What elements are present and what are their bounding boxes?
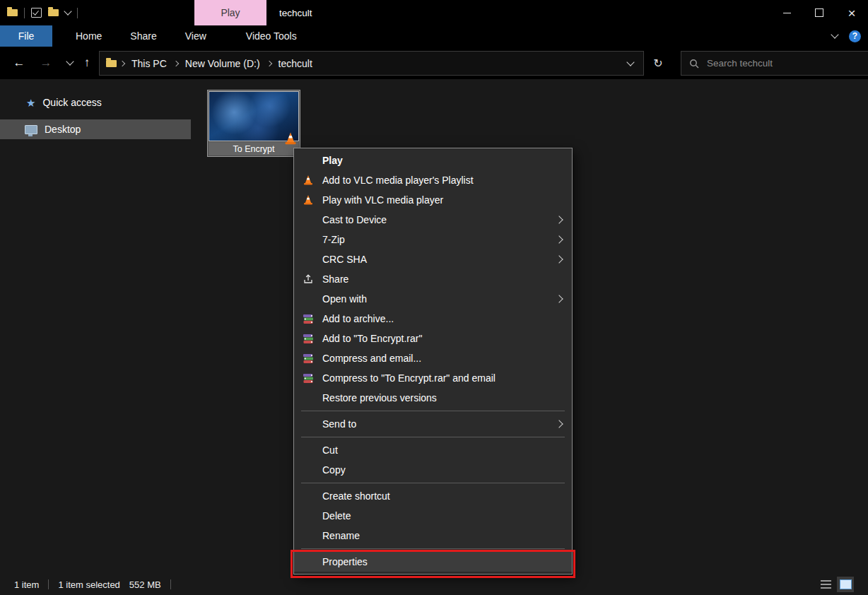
maximize-icon — [815, 8, 823, 17]
context-menu-item-rename[interactable]: Rename — [294, 526, 572, 546]
menu-item-label: Add to "To Encrypt.rar" — [322, 333, 562, 344]
selection-size: 552 MB — [129, 579, 161, 590]
breadcrumb-new-volume-d[interactable]: New Volume (D:) — [182, 58, 264, 69]
context-menu-item-add-to-archive[interactable]: Add to archive... — [294, 309, 572, 329]
tab-view[interactable]: View — [171, 25, 221, 47]
context-menu-item-compress-to-rar-and-email[interactable]: Compress to "To Encrypt.rar" and email — [294, 368, 572, 388]
menu-item-label: Delete — [322, 510, 562, 522]
context-menu-item-cast-to-device[interactable]: Cast to Device — [294, 210, 572, 230]
details-view-button[interactable] — [817, 577, 834, 592]
menu-separator — [301, 548, 565, 549]
properties-quick-icon[interactable] — [31, 8, 42, 18]
sidebar-item-desktop[interactable]: Desktop — [0, 119, 191, 139]
context-menu-item-copy[interactable]: Copy — [294, 460, 572, 480]
status-bar: 1 item 1 item selected 552 MB — [0, 574, 868, 595]
folder-icon[interactable] — [7, 9, 18, 16]
context-menu-item-delete[interactable]: Delete — [294, 506, 572, 526]
refresh-button[interactable]: ↻ — [645, 47, 671, 79]
winrar-icon — [303, 313, 314, 324]
close-icon: × — [848, 6, 855, 20]
winrar-icon — [303, 372, 314, 384]
menu-separator — [301, 411, 565, 411]
menu-item-label: Create shortcut — [322, 490, 562, 502]
menu-separator — [301, 483, 565, 483]
help-icon[interactable]: ? — [849, 30, 861, 42]
status-divider — [48, 579, 49, 589]
context-menu-item-share[interactable]: Share — [294, 269, 572, 289]
file-list-area: To Encrypt Play Add to VL — [191, 79, 868, 574]
navigation-pane: ★ Quick access Desktop — [0, 79, 191, 574]
context-menu-item-open-with[interactable]: Open with — [294, 289, 572, 309]
menu-item-label: Cut — [322, 444, 562, 456]
chevron-down-icon — [626, 58, 634, 66]
status-divider — [170, 579, 171, 589]
expand-ribbon-chevron-icon[interactable] — [831, 30, 838, 38]
quick-access-toolbar — [7, 0, 78, 25]
context-menu-item-play-with-vlc[interactable]: Play with VLC media player — [294, 190, 572, 210]
submenu-arrow-icon — [555, 255, 563, 263]
quick-access-star-icon: ★ — [26, 98, 35, 108]
context-menu-item-compress-and-email[interactable]: Compress and email... — [294, 348, 572, 368]
desktop-icon — [25, 125, 37, 134]
context-menu-item-send-to[interactable]: Send to — [294, 414, 572, 434]
menu-icon-slot — [303, 372, 322, 384]
sidebar-item-label: Desktop — [45, 124, 81, 135]
menu-item-label: Open with — [322, 293, 556, 305]
tab-file[interactable]: File — [0, 25, 52, 47]
menu-item-label: Add to archive... — [322, 313, 562, 324]
menu-item-label: Play with VLC media player — [322, 194, 562, 206]
menu-item-label: Rename — [322, 530, 562, 541]
tab-share[interactable]: Share — [116, 25, 170, 47]
menu-icon-slot — [303, 175, 322, 186]
menu-item-label: CRC SHA — [322, 254, 556, 265]
back-button[interactable]: ← — [8, 47, 30, 79]
context-menu-item-properties[interactable]: Properties — [294, 552, 572, 572]
menu-item-label: Add to VLC media player's Playlist — [322, 175, 562, 186]
context-menu-item-cut[interactable]: Cut — [294, 440, 572, 460]
context-menu-item-restore-previous-versions[interactable]: Restore previous versions — [294, 388, 572, 408]
maximize-button[interactable] — [803, 0, 835, 25]
submenu-arrow-icon — [555, 420, 563, 428]
new-folder-icon[interactable] — [48, 9, 59, 16]
caption-buttons: × — [770, 0, 868, 25]
search-input[interactable] — [705, 57, 868, 69]
breadcrumb-separator-icon — [173, 60, 179, 66]
search-icon — [689, 59, 699, 69]
up-button[interactable]: ↑ — [76, 47, 98, 79]
tab-video-tools[interactable]: Video Tools — [232, 25, 311, 47]
address-row: ← → ↑ This PC New Volume (D:) techcult ↻ — [0, 47, 868, 79]
menu-item-label: Copy — [322, 464, 562, 476]
breadcrumb-this-pc[interactable]: This PC — [128, 58, 170, 69]
menu-icon-slot — [303, 273, 322, 285]
submenu-arrow-icon — [555, 235, 563, 243]
context-menu-item-add-to-rar[interactable]: Add to "To Encrypt.rar" — [294, 329, 572, 348]
forward-button[interactable]: → — [35, 47, 57, 79]
context-menu-item-crc-sha[interactable]: CRC SHA — [294, 249, 572, 269]
tab-home[interactable]: Home — [61, 25, 116, 47]
address-dropdown-button[interactable] — [628, 62, 643, 65]
customize-toolbar-chevron-icon[interactable] — [64, 7, 71, 15]
close-button[interactable]: × — [835, 0, 868, 25]
thumbnails-view-button[interactable] — [837, 577, 854, 592]
context-menu-item-7zip[interactable]: 7-Zip — [294, 230, 572, 249]
sidebar-item-quick-access[interactable]: ★ Quick access — [0, 93, 191, 112]
menu-item-label: Compress to "To Encrypt.rar" and email — [322, 372, 562, 384]
window-title: techcult — [279, 0, 312, 25]
address-bar[interactable]: This PC New Volume (D:) techcult — [99, 51, 644, 76]
menu-item-label: Play — [322, 155, 562, 166]
menu-separator — [301, 437, 565, 437]
minimize-button[interactable] — [770, 0, 803, 25]
contextual-tab-play[interactable]: Play — [194, 0, 266, 25]
selection-count: 1 item selected — [58, 579, 119, 590]
file-item-to-encrypt[interactable]: To Encrypt — [207, 90, 300, 157]
search-box — [681, 51, 868, 76]
toolbar-divider — [24, 8, 25, 18]
context-menu-item-play[interactable]: Play — [294, 151, 572, 170]
context-menu-item-add-to-vlc-playlist[interactable]: Add to VLC media player's Playlist — [294, 170, 572, 190]
breadcrumb-techcult[interactable]: techcult — [275, 58, 316, 69]
view-toggles — [817, 577, 854, 592]
chevron-down-icon — [66, 57, 74, 65]
thumbnails-view-icon — [840, 579, 852, 589]
context-menu-item-create-shortcut[interactable]: Create shortcut — [294, 486, 572, 506]
ribbon-tab-strip: File Home Share View Video Tools ? — [0, 25, 868, 47]
